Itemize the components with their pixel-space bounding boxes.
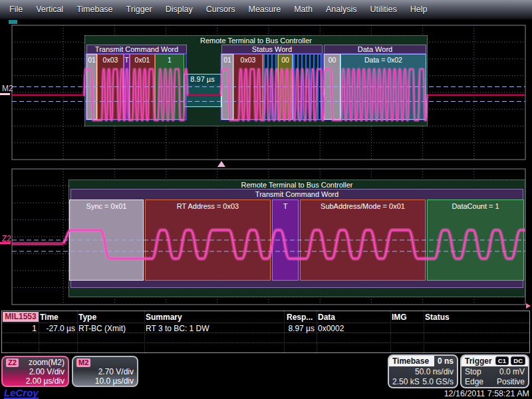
trigger-slope: Positive [497, 377, 525, 386]
menu-cursors[interactable]: Cursors [200, 5, 242, 14]
seg-cmd-count: 1 [155, 54, 184, 120]
menu-bar: File Vertical Timebase Trigger Display C… [0, 0, 532, 20]
z2-trace-tick [0, 242, 11, 244]
m2-vdiv: 2.70 V/div [73, 367, 137, 376]
z2-descriptor-box[interactable]: Z2 zoom(M2) 2.00 V/div 2.00 µs/div [1, 356, 69, 387]
cell-time: -27.0 µs [40, 324, 75, 333]
timebase-tdiv: 50.0 ns/div [415, 367, 454, 376]
cell-data: 0x0002 [318, 324, 344, 333]
m2-trace-tick [0, 93, 10, 95]
cell-resp: 8.97 µs [280, 324, 315, 333]
seg-stat-bits-2 [293, 54, 321, 120]
decode-table[interactable]: MIL1553 Time Type Summary Resp... Data I… [1, 311, 530, 353]
col-type: Type [78, 313, 96, 322]
trigger-mode: Stop [465, 367, 481, 376]
m2-trace-label[interactable]: M2 [2, 84, 13, 93]
zseg-rtaddr: RT Address = 0x03 [145, 200, 271, 281]
word-band-status: Status Word [221, 45, 323, 54]
timebase-box[interactable]: Timebase 0 ns 50.0 ns/div 2.50 kS 5.0 GS… [388, 354, 458, 388]
col-data: Data [318, 313, 335, 322]
seg-cmd-subaddr: 0x01 [130, 54, 155, 120]
oscilloscope-screen: File Vertical Timebase Trigger Display C… [0, 0, 532, 399]
menu-math[interactable]: Math [287, 5, 319, 14]
seg-cmd-rtaddr: 0x03 [97, 54, 124, 120]
trigger-box[interactable]: Trigger C1 DC Stop 0.0 mV Edge Positive [460, 354, 529, 388]
cell-summary: RT 3 to BC: 1 DW [146, 324, 209, 333]
seg-stat-rtaddr: 0x03 [233, 54, 263, 120]
cursor-chip [9, 20, 17, 24]
word-band-command: Transmit Command Word [86, 45, 187, 54]
zseg-tr: T [272, 200, 299, 281]
trigger-title: Trigger [465, 356, 492, 366]
trigger-type: Edge [465, 377, 483, 386]
seg-cmd-sync: 01 [86, 54, 97, 120]
zseg-subaddr: SubAddress/Mode = 0x01 [300, 200, 426, 281]
decode-title-top: Remote Terminal to Bus Controller [85, 36, 427, 45]
menu-vertical[interactable]: Vertical [29, 5, 70, 14]
menu-timebase[interactable]: Timebase [70, 5, 119, 14]
col-resp: Resp... [287, 313, 313, 322]
seg-stat-sync: 01 [221, 54, 233, 120]
col-status: Status [425, 313, 450, 322]
zseg-sync: Sync = 0x01 [69, 200, 144, 281]
cell-type: RT-BC (Xmit) [78, 324, 126, 333]
timebase-samples: 2.50 kS [392, 377, 420, 386]
trigger-time-arrow [526, 303, 531, 309]
word-band-zoom-label: Transmit Command Word [71, 190, 523, 198]
timebase-rate: 5.0 GS/s [422, 377, 454, 386]
timebase-title: Timebase [389, 356, 434, 366]
protocol-badge[interactable]: MIL1553 [3, 312, 39, 322]
col-img: IMG [392, 313, 407, 322]
seg-cmd-tr: T [124, 54, 130, 120]
zseg-count: DataCount = 1 [427, 200, 524, 281]
decode-title-zoom: Remote Terminal to Bus Controller [69, 180, 525, 189]
seg-data-value: Data = 0x02 [340, 54, 426, 120]
menu-help[interactable]: Help [404, 5, 434, 14]
word-band-data: Data Word [324, 45, 426, 54]
seg-data-sync: 00 [324, 54, 340, 120]
seg-stat-bcast: 00 [278, 54, 293, 120]
menu-display[interactable]: Display [159, 5, 200, 14]
col-summary: Summary [146, 313, 182, 322]
m2-descriptor-box[interactable]: M2 2.70 V/div 10.0 µs/div [72, 356, 138, 387]
cell-index: 1 [14, 324, 37, 333]
menu-measure[interactable]: Measure [241, 5, 287, 14]
menu-file[interactable]: File [3, 5, 29, 14]
z2-title: zoom(M2) [29, 358, 65, 367]
trigger-coupling-badge: DC [511, 356, 525, 365]
seg-stat-bits-1 [263, 54, 278, 120]
timebase-offset: 0 ns [438, 356, 454, 366]
z2-vdiv: 2.00 V/div [3, 367, 68, 376]
menu-trigger[interactable]: Trigger [120, 5, 159, 14]
m2-tdiv: 10.0 µs/div [73, 376, 137, 386]
m2-badge: M2 [76, 358, 90, 367]
menu-utilities[interactable]: Utilities [363, 5, 403, 14]
col-time: Time [40, 313, 59, 322]
response-time-box: 8.97 µs [184, 74, 221, 107]
trigger-source-badge: C1 [495, 356, 509, 365]
response-time-value: 8.97 µs [184, 74, 221, 84]
lecroy-logo[interactable]: LeCroy [4, 388, 39, 399]
menu-analysis[interactable]: Analysis [319, 5, 364, 14]
z2-badge: Z2 [6, 358, 19, 367]
trigger-level: 0.0 mV [499, 367, 525, 376]
z2-tdiv: 2.00 µs/div [3, 376, 68, 386]
datetime: 12/16/2011 7:58:21 AM [444, 389, 529, 398]
trigger-position-marker[interactable] [217, 161, 225, 167]
